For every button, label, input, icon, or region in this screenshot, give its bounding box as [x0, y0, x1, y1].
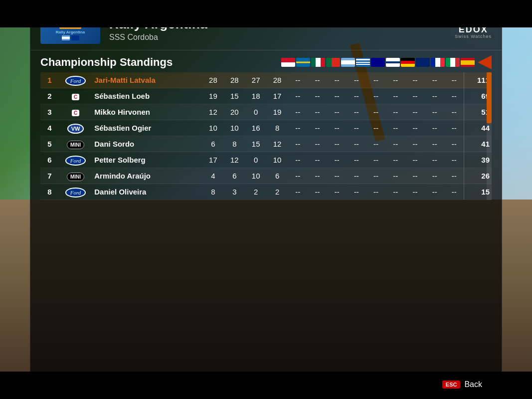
dash-cell: -- [327, 168, 347, 184]
page-subtitle: SSS Cordoba [109, 33, 492, 42]
table-row: 5 MINI Dani Sordo 681512 ---------------… [40, 136, 492, 152]
dash-cell: -- [425, 184, 444, 200]
position-cell: 3 [40, 104, 59, 120]
scrollbar-thumb[interactable] [487, 72, 492, 123]
score-cell: 6 [267, 168, 288, 184]
scroll-right-arrow[interactable] [478, 55, 492, 69]
score-cell: 8 [267, 120, 288, 136]
table-row: 2 C Sébastien Loeb 19151817 ------------… [40, 88, 492, 104]
position-cell: 2 [40, 88, 59, 104]
score-cell: 28 [202, 72, 224, 88]
dash-cell: -- [386, 120, 405, 136]
dash-cell: -- [366, 184, 386, 200]
score-cell: 10 [224, 120, 245, 136]
dash-cell: -- [425, 168, 444, 184]
citroen-logo: C [72, 110, 79, 116]
dash-cell: -- [386, 184, 405, 200]
score-cell: 4 [202, 168, 224, 184]
brand-logo-cell: MINI [59, 136, 92, 152]
dash-cell: -- [386, 88, 405, 104]
score-cell: 12 [267, 136, 288, 152]
score-cell: 12 [224, 152, 245, 168]
dash-cell: -- [405, 104, 425, 120]
driver-name: Dani Sordo [92, 136, 202, 152]
dash-cell: -- [327, 152, 347, 168]
wrc-icon [71, 35, 79, 40]
standings-title: Championship Standings [40, 56, 281, 69]
dash-cell: -- [366, 136, 386, 152]
dash-cell: -- [347, 184, 366, 200]
dash-cell: -- [347, 104, 366, 120]
dash-cell: -- [425, 120, 444, 136]
mini-logo: MINI [67, 173, 84, 181]
dash-cell: -- [366, 104, 386, 120]
dash-cell: -- [405, 88, 425, 104]
dash-cell: -- [366, 120, 386, 136]
ford-logo: Ford [65, 188, 86, 198]
argentina-flag-small [62, 35, 70, 40]
score-cell: 16 [245, 120, 267, 136]
driver-name: Sébastien Loeb [92, 88, 202, 104]
flag-france [431, 58, 445, 67]
score-cell: 18 [245, 88, 267, 104]
driver-name: Mikko Hirvonen [92, 104, 202, 120]
driver-name: Sébastien Ogier [92, 120, 202, 136]
dash-cell: -- [308, 72, 327, 88]
brand-logo-cell: Ford [59, 72, 92, 88]
main-panel: PHILIPS Personal Rally Argentina Rally A… [30, 7, 502, 374]
position-cell: 5 [40, 136, 59, 152]
dash-cell: -- [444, 136, 464, 152]
dash-cell: -- [327, 72, 347, 88]
brand-logo-cell: MINI [59, 168, 92, 184]
dash-cell: -- [288, 72, 308, 88]
dash-cell: -- [425, 88, 444, 104]
esc-key[interactable]: ESC [442, 381, 461, 389]
dash-cell: -- [366, 152, 386, 168]
brand-logo-cell: Ford [59, 184, 92, 200]
dash-cell: -- [444, 184, 464, 200]
dash-cell: -- [308, 88, 327, 104]
score-cell: 6 [202, 136, 224, 152]
driver-name: Jari-Matti Latvala [92, 72, 202, 88]
score-cell: 6 [224, 168, 245, 184]
driver-name: Daniel Oliveira [92, 184, 202, 200]
standings-header: Championship Standings [40, 55, 492, 69]
score-cell: 19 [202, 88, 224, 104]
score-cell: 19 [267, 104, 288, 120]
score-cell: 0 [245, 152, 267, 168]
vw-logo: VW [67, 124, 84, 134]
dash-cell: -- [444, 168, 464, 184]
score-cell: 28 [267, 72, 288, 88]
score-cell: 28 [224, 72, 245, 88]
score-cell: 17 [267, 88, 288, 104]
dash-cell: -- [444, 104, 464, 120]
dash-cell: -- [366, 88, 386, 104]
back-button-area: ESC Back [442, 380, 482, 389]
score-cell: 10 [245, 168, 267, 184]
dash-cell: -- [327, 120, 347, 136]
flag-argentina [341, 58, 355, 67]
table-container: 1 Ford Jari-Matti Latvala 28282728 -----… [40, 72, 492, 200]
dash-cell: -- [405, 120, 425, 136]
dash-cell: -- [386, 168, 405, 184]
flag-uk [416, 58, 430, 67]
dash-cell: -- [405, 152, 425, 168]
flag-finland [386, 58, 400, 67]
position-cell: 8 [40, 184, 59, 200]
dash-cell: -- [444, 88, 464, 104]
driver-name: Armindo Araújo [92, 168, 202, 184]
edox-sub-text: Swiss Watches [455, 34, 492, 39]
dash-cell: -- [308, 136, 327, 152]
flag-greece [356, 58, 370, 67]
scrollbar-track[interactable] [487, 72, 492, 200]
flag-sweden [296, 58, 310, 67]
dash-cell: -- [347, 168, 366, 184]
standings-table: 1 Ford Jari-Matti Latvala 28282728 -----… [40, 72, 492, 200]
ford-logo: Ford [65, 156, 86, 166]
brand-logo-cell: VW [59, 120, 92, 136]
score-cell: 12 [202, 104, 224, 120]
score-cell: 3 [224, 184, 245, 200]
score-cell: 20 [224, 104, 245, 120]
position-cell: 7 [40, 168, 59, 184]
dash-cell: -- [444, 72, 464, 88]
